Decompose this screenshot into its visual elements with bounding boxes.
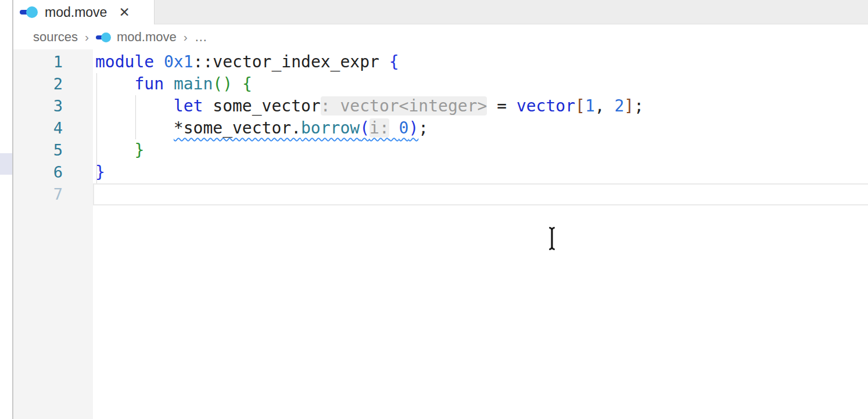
code-token: borrow: [301, 118, 360, 138]
code-token: =: [487, 96, 517, 115]
code-token: [95, 140, 134, 160]
code-token: [232, 74, 242, 93]
code-token: [95, 118, 174, 138]
code-token: }: [95, 162, 105, 182]
line-number[interactable]: 3: [13, 95, 93, 117]
line-number[interactable]: 4: [13, 117, 93, 139]
code-line-4[interactable]: 4 *some_vector.borrow(i: 0);: [13, 117, 868, 139]
code-token: *some_vector.: [174, 118, 301, 138]
code-line-2[interactable]: 2 fun main() {: [13, 73, 868, 95]
code-token: vector: [517, 96, 575, 115]
code-token: ): [223, 74, 232, 93]
code-token: ;: [418, 118, 428, 138]
code-token: ;: [634, 96, 644, 115]
code-token: 0x1: [164, 52, 193, 71]
line-content: let some_vector: vector<integer> = vecto…: [93, 95, 868, 117]
line-content: }: [93, 139, 868, 161]
code-token: let: [174, 96, 213, 115]
line-content: fun main() {: [93, 73, 868, 95]
code-line-7[interactable]: 7: [13, 183, 868, 205]
code-line-3[interactable]: 3 let some_vector: vector<integer> = vec…: [13, 95, 868, 117]
tab-mod-move[interactable]: mod.move ✕: [13, 0, 155, 24]
breadcrumb-item-file[interactable]: mod.move: [117, 30, 177, 45]
code-token: ::vector_index_expr: [193, 52, 389, 71]
code-token: {: [242, 74, 252, 93]
line-number[interactable]: 2: [13, 73, 93, 95]
code-line-5[interactable]: 5 }: [13, 139, 868, 161]
breadcrumb-item-sources[interactable]: sources: [33, 30, 78, 45]
breadcrumb-item-more[interactable]: …: [195, 30, 207, 45]
code-editor[interactable]: 1module 0x1::vector_index_expr {2 fun ma…: [13, 49, 868, 419]
line-content: }: [93, 161, 868, 183]
line-content: [93, 183, 868, 205]
code-token: [: [575, 96, 585, 115]
code-token: [389, 118, 399, 138]
code-token: }: [134, 140, 144, 160]
code-token: ]: [624, 96, 634, 115]
inlay-hint: i:: [370, 118, 389, 138]
line-number[interactable]: 6: [13, 161, 93, 183]
editor-window: mod.move ✕ sources › mod.move › … 1modul…: [0, 0, 868, 419]
code-lines: 1module 0x1::vector_index_expr {2 fun ma…: [13, 49, 868, 205]
sidebar-editor-divider[interactable]: [12, 0, 13, 419]
move-language-icon: [20, 5, 38, 19]
code-token: {: [389, 52, 399, 71]
code-token: [95, 74, 134, 93]
code-token: fun: [134, 74, 173, 93]
line-number[interactable]: 5: [13, 139, 93, 161]
code-token: 2: [614, 96, 624, 115]
code-token: 1: [585, 96, 595, 115]
code-token: (: [360, 118, 370, 138]
code-line-6[interactable]: 6}: [13, 161, 868, 183]
text-cursor-pointer: [547, 226, 557, 251]
inlay-hint: : vector<integer>: [321, 96, 487, 115]
code-token: 0: [399, 118, 409, 138]
code-line-1[interactable]: 1module 0x1::vector_index_expr {: [13, 51, 868, 73]
tab-bar-empty-area: [155, 0, 868, 24]
sidebar-scroll-handle[interactable]: [0, 153, 12, 175]
code-token: [95, 96, 174, 115]
line-content: *some_vector.borrow(i: 0);: [93, 117, 868, 139]
diagnostic-squiggle: *some_vector.borrow(i: 0): [174, 118, 418, 138]
line-number[interactable]: 1: [13, 51, 93, 73]
tab-bar: mod.move ✕: [13, 0, 868, 24]
move-language-icon: [96, 31, 111, 43]
code-token: ,: [595, 96, 615, 115]
tab-title: mod.move: [45, 5, 107, 20]
code-token: main: [174, 74, 213, 93]
line-content: module 0x1::vector_index_expr {: [93, 51, 868, 73]
chevron-right-icon: ›: [184, 30, 188, 44]
code-token: (: [213, 74, 223, 93]
code-token: some_vector: [213, 96, 320, 115]
chevron-right-icon: ›: [85, 30, 89, 44]
close-icon[interactable]: ✕: [119, 6, 130, 19]
code-token: module: [95, 52, 164, 71]
line-number[interactable]: 7: [13, 183, 93, 205]
code-token: ): [408, 118, 418, 138]
breadcrumb: sources › mod.move › …: [13, 24, 868, 49]
